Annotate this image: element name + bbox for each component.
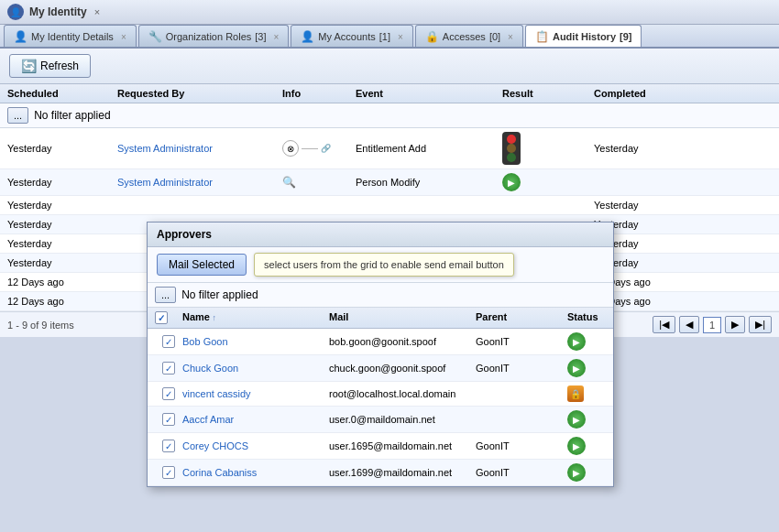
row-checkbox[interactable]: ✓: [162, 466, 175, 479]
tab-audit-badge: [9]: [620, 31, 631, 42]
modal-filter-label: No filter applied: [181, 288, 258, 301]
tab-audit-history[interactable]: 📋 Audit History [9]: [525, 25, 642, 47]
tab-audit-label: Audit History: [553, 31, 616, 42]
modal-table-header: ✓ Name Mail Parent Status: [148, 308, 613, 329]
approver-mail: bob.goon@goonit.spoof: [329, 336, 476, 347]
mail-selected-button[interactable]: Mail Selected: [157, 254, 247, 276]
table-filter-label: No filter applied: [34, 109, 110, 122]
tab-accesses-close[interactable]: ×: [508, 32, 513, 42]
info-icon: 🔍: [282, 176, 296, 189]
table-row: Yesterday System Administrator ⊗ —— 🔗 En…: [0, 128, 779, 169]
cell-scheduled: Yesterday: [7, 143, 117, 154]
approver-name-link[interactable]: vincent cassidy: [182, 388, 329, 399]
tab-identity-close[interactable]: ×: [121, 32, 126, 42]
approver-status: ▶: [567, 359, 641, 377]
modal-filter-button[interactable]: ...: [155, 287, 176, 303]
row-checkbox[interactable]: ✓: [162, 413, 175, 426]
table-row: Yesterday Yesterday: [0, 196, 779, 215]
col-scheduled: Scheduled: [7, 88, 117, 99]
modal-toolbar: Mail Selected select users from the grid…: [148, 247, 613, 283]
approver-mail: user.1699@maildomain.net: [329, 467, 476, 478]
tab-accesses[interactable]: 🔒 Accesses [0] ×: [415, 25, 523, 47]
row-checkbox[interactable]: ✓: [162, 440, 175, 452]
modal-filter-bar: ... No filter applied: [148, 283, 613, 308]
approver-parent: GoonIT: [476, 363, 567, 374]
page-navigation: |◀ ◀ 1 ▶ ▶|: [653, 316, 772, 333]
modal-table-row: ✓ Corina Cabaniss user.1699@maildomain.n…: [148, 460, 613, 486]
last-page-button[interactable]: ▶|: [749, 316, 772, 333]
tab-accesses-icon: 🔒: [425, 30, 439, 43]
tab-identity-details[interactable]: 👤 My Identity Details ×: [4, 25, 137, 47]
table-header: Scheduled Requested By Info Event Result…: [0, 84, 779, 103]
approver-parent: GoonIT: [476, 467, 567, 478]
cell-info: 🔍: [282, 176, 356, 189]
approver-name-link[interactable]: Corey CHOCS: [182, 440, 329, 451]
status-green-icon: ▶: [502, 173, 521, 191]
approver-status: ▶: [567, 332, 641, 351]
tab-org-roles[interactable]: 🔧 Organization Roles [3] ×: [138, 25, 290, 47]
content-area: Scheduled Requested By Info Event Result…: [0, 84, 779, 532]
modal-title: Approvers: [157, 228, 212, 241]
refresh-label: Refresh: [40, 60, 79, 72]
tab-accounts-close[interactable]: ×: [398, 32, 403, 42]
modal-header: Approvers: [148, 223, 613, 247]
col-result: Result: [502, 88, 594, 99]
refresh-button[interactable]: 🔄 Refresh: [9, 54, 91, 78]
approver-name-link[interactable]: Aaccf Amar: [182, 414, 329, 425]
modal-col-check: ✓: [155, 311, 182, 324]
row-checkbox[interactable]: ✓: [162, 387, 175, 400]
tab-org-label: Organization Roles: [166, 31, 252, 42]
current-page: 1: [703, 317, 721, 333]
prev-page-button[interactable]: ◀: [679, 316, 699, 333]
status-locked-icon: 🔒: [567, 385, 584, 402]
app-icon: 👤: [7, 4, 24, 20]
approver-status: ▶: [567, 437, 641, 455]
first-page-button[interactable]: |◀: [653, 316, 675, 333]
approvers-modal: Approvers Mail Selected select users fro…: [147, 222, 614, 487]
top-bar: 👤 My Identity ×: [0, 0, 779, 25]
tab-org-badge: [3]: [255, 31, 266, 42]
col-event: Event: [356, 88, 502, 99]
toolbar: 🔄 Refresh: [0, 49, 779, 84]
modal-table-row: ✓ Corey CHOCS user.1695@maildomain.net G…: [148, 433, 613, 460]
row-checkbox[interactable]: ✓: [162, 362, 175, 375]
modal-col-mail: Mail: [329, 311, 476, 324]
cell-requested-by-link[interactable]: System Administrator: [117, 143, 282, 154]
tab-accounts-icon: 👤: [301, 30, 314, 43]
approver-name-link[interactable]: Bob Goon: [182, 336, 329, 347]
cell-requested-by-link[interactable]: System Administrator: [117, 177, 282, 188]
approver-name-link[interactable]: Chuck Goon: [182, 363, 329, 374]
approver-status: ▶: [567, 410, 641, 429]
approver-mail: user.1695@maildomain.net: [329, 440, 476, 451]
cell-event: Entitlement Add: [356, 143, 502, 154]
pagination-summary: 1 - 9 of 9 items: [7, 320, 74, 331]
refresh-icon: 🔄: [21, 59, 37, 73]
modal-col-parent: Parent: [476, 311, 567, 324]
cell-result-traffic: [502, 132, 594, 165]
tab-my-accounts[interactable]: 👤 My Accounts [1] ×: [291, 25, 412, 47]
modal-col-status: Status: [567, 311, 641, 324]
cell-result-green: ▶: [502, 173, 594, 191]
status-green-icon: ▶: [567, 332, 586, 351]
cell-event: Person Modify: [356, 177, 502, 188]
table-row: Yesterday System Administrator 🔍 Person …: [0, 169, 779, 196]
tab-accounts-label: My Accounts: [318, 31, 375, 42]
tooltip-text: select users from the grid to enable sen…: [264, 259, 504, 270]
tab-audit-icon: 📋: [535, 30, 549, 43]
col-requested-by: Requested By: [117, 88, 282, 99]
select-all-checkbox[interactable]: ✓: [155, 311, 168, 324]
next-page-button[interactable]: ▶: [725, 316, 745, 333]
tooltip: select users from the grid to enable sen…: [254, 253, 514, 277]
app-close-button[interactable]: ×: [94, 6, 100, 17]
table-filter-bar: ... No filter applied: [0, 103, 779, 128]
tab-identity-icon: 👤: [14, 30, 27, 43]
status-green-icon: ▶: [567, 359, 586, 377]
approver-parent: GoonIT: [476, 336, 567, 347]
approver-name-link[interactable]: Corina Cabaniss: [182, 467, 329, 478]
tab-org-close[interactable]: ×: [274, 32, 280, 42]
approver-parent: GoonIT: [476, 440, 567, 451]
modal-table-row: ✓ vincent cassidy root@localhost.local.d…: [148, 382, 613, 407]
table-filter-button[interactable]: ...: [7, 107, 28, 124]
row-checkbox[interactable]: ✓: [162, 335, 175, 348]
app-title: My Identity: [29, 5, 87, 18]
